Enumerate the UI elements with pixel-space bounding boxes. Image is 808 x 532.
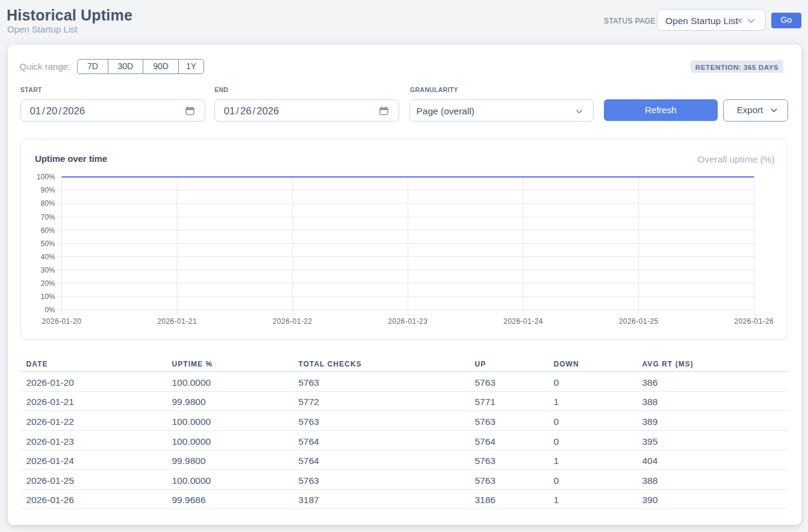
svg-text:90%: 90% — [40, 186, 55, 194]
svg-text:2026-01-20: 2026-01-20 — [42, 317, 81, 326]
svg-text:2026-01-22: 2026-01-22 — [272, 317, 312, 326]
svg-text:20%: 20% — [40, 279, 55, 288]
svg-text:100%: 100% — [36, 173, 55, 181]
svg-text:80%: 80% — [40, 199, 55, 208]
svg-text:2026-01-23: 2026-01-23 — [388, 317, 427, 326]
svg-text:2026-01-25: 2026-01-25 — [618, 317, 658, 326]
svg-text:30%: 30% — [40, 266, 55, 274]
svg-text:2026-01-24: 2026-01-24 — [503, 317, 543, 326]
svg-text:2026-01-26: 2026-01-26 — [734, 317, 774, 326]
svg-text:50%: 50% — [40, 240, 55, 248]
svg-text:2026-01-21: 2026-01-21 — [157, 317, 197, 326]
svg-text:10%: 10% — [40, 292, 55, 301]
svg-text:70%: 70% — [40, 213, 55, 221]
svg-text:0%: 0% — [45, 306, 55, 314]
svg-text:60%: 60% — [40, 226, 55, 235]
svg-text:40%: 40% — [40, 253, 55, 261]
